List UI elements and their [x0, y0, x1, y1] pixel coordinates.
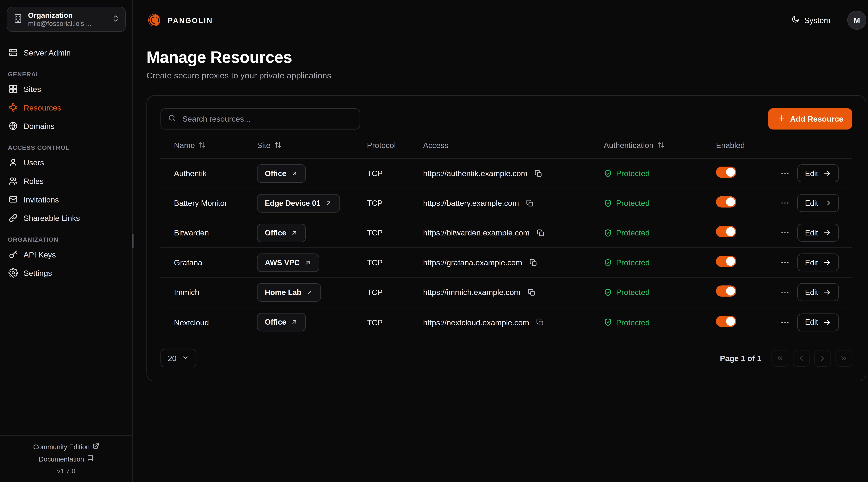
- org-switcher[interactable]: Organization milo@fossorial.io's ...: [7, 7, 126, 32]
- brand: PANGOLIN: [147, 12, 213, 28]
- link-icon: [8, 213, 18, 223]
- sidebar-item-users[interactable]: Users: [4, 153, 128, 171]
- sidebar-item-label: Invitations: [24, 195, 59, 204]
- resource-name: Nextcloud: [174, 318, 257, 327]
- sidebar-resize-handle[interactable]: [132, 234, 134, 249]
- sidebar-item-roles[interactable]: Roles: [4, 171, 128, 190]
- enabled-toggle[interactable]: [716, 315, 736, 327]
- sidebar-item-label: Users: [24, 158, 44, 167]
- pagination-prev-page-button[interactable]: [793, 350, 810, 366]
- row-actions-button[interactable]: [778, 285, 792, 299]
- copy-icon: [536, 318, 544, 326]
- sidebar-item-resources[interactable]: Resources: [4, 98, 128, 117]
- ellipsis-icon: [780, 287, 790, 297]
- site-link-button[interactable]: Office: [257, 164, 306, 183]
- user-menu-button[interactable]: M: [847, 10, 866, 30]
- sidebar-item-shareable-links[interactable]: Shareable Links: [4, 208, 128, 227]
- sidebar-footer: Community Edition Documentation v1.7.0: [0, 435, 132, 482]
- user-icon: [8, 158, 18, 167]
- site-link-button[interactable]: Office: [257, 313, 306, 331]
- edit-button[interactable]: Edit: [797, 224, 839, 242]
- edit-button[interactable]: Edit: [797, 254, 839, 271]
- search-input[interactable]: [181, 114, 353, 124]
- site-link-button[interactable]: Office: [257, 223, 306, 242]
- edit-button[interactable]: Edit: [797, 313, 839, 331]
- theme-toggle-button[interactable]: System: [787, 12, 835, 29]
- sidebar-item-invitations[interactable]: Invitations: [4, 190, 128, 209]
- copy-url-button[interactable]: [524, 197, 536, 209]
- page-info: Page 1 of 1: [720, 354, 762, 363]
- site-link-button[interactable]: Home Lab: [257, 283, 321, 301]
- resources-icon: [8, 102, 18, 112]
- pagination-next-page-button[interactable]: [814, 350, 831, 366]
- row-actions-button[interactable]: [778, 167, 792, 180]
- column-header-authentication[interactable]: Authentication: [604, 140, 716, 150]
- shield-check-icon: [604, 199, 612, 207]
- server-icon: [8, 48, 18, 57]
- row-actions-button[interactable]: [778, 196, 792, 210]
- sidebar-item-server-admin[interactable]: Server Admin: [4, 43, 128, 62]
- arrow-up-right-icon: [304, 259, 312, 266]
- page-size-select[interactable]: 20: [160, 349, 196, 367]
- enabled-toggle[interactable]: [716, 285, 736, 297]
- chevron-down-icon: [182, 354, 189, 361]
- app: Organization milo@fossorial.io's ... Ser…: [0, 0, 868, 482]
- sidebar-item-label: Settings: [24, 268, 52, 278]
- copy-url-button[interactable]: [535, 227, 547, 238]
- copy-icon: [536, 228, 545, 237]
- pagination-buttons: [772, 350, 852, 366]
- sidebar-item-label: API Keys: [24, 250, 56, 259]
- row-actions-button[interactable]: [778, 226, 792, 239]
- sidebar-item-sites[interactable]: Sites: [4, 79, 128, 98]
- sidebar-item-settings[interactable]: Settings: [4, 263, 128, 282]
- column-header-site[interactable]: Site: [257, 140, 367, 150]
- arrow-right-icon: [823, 229, 831, 237]
- column-header-enabled: Enabled: [716, 140, 789, 150]
- copy-url-button[interactable]: [532, 167, 544, 179]
- copy-url-button[interactable]: [526, 286, 537, 298]
- shield-check-icon: [604, 318, 612, 326]
- table-footer: 20 Page 1 of 1: [160, 349, 852, 367]
- shield-check-icon: [604, 258, 612, 266]
- arrow-right-icon: [823, 259, 831, 266]
- enabled-toggle[interactable]: [716, 226, 736, 237]
- copy-url-button[interactable]: [534, 316, 546, 328]
- documentation-link[interactable]: Documentation: [39, 455, 94, 463]
- copy-icon: [529, 258, 537, 266]
- key-icon: [8, 250, 18, 259]
- pagination-last-page-button[interactable]: [836, 350, 852, 366]
- table-row: Grafana AWS VPC TCP https://grafana.exam…: [160, 248, 852, 278]
- resource-url: https://nextcloud.example.com: [423, 318, 529, 327]
- sidebar-section-title: GENERAL: [8, 71, 124, 77]
- edit-button[interactable]: Edit: [797, 283, 839, 301]
- sidebar-item-api-keys[interactable]: API Keys: [4, 245, 128, 263]
- edit-button[interactable]: Edit: [797, 194, 839, 212]
- site-link-button[interactable]: Edge Device 01: [257, 194, 340, 213]
- row-actions-button[interactable]: [778, 315, 792, 329]
- ellipsis-icon: [780, 198, 790, 208]
- users-icon: [8, 176, 18, 186]
- site-link-button[interactable]: AWS VPC: [257, 253, 319, 272]
- table-row: Battery Monitor Edge Device 01 TCP https…: [160, 188, 852, 218]
- pangolin-logo-icon: [147, 12, 162, 28]
- chevron-left-icon: [797, 354, 805, 362]
- column-header-name[interactable]: Name: [174, 140, 257, 150]
- row-actions-button[interactable]: [778, 256, 792, 269]
- copy-url-button[interactable]: [527, 257, 539, 268]
- arrow-up-right-icon: [291, 319, 298, 326]
- enabled-toggle[interactable]: [716, 167, 736, 178]
- add-resource-button[interactable]: Add Resource: [768, 108, 852, 130]
- sidebar-item-label: Domains: [24, 122, 55, 130]
- table-body: Authentik Office TCP https://authentik.e…: [160, 159, 852, 337]
- community-edition-link[interactable]: Community Edition: [33, 443, 99, 451]
- chevrons-right-icon: [840, 354, 848, 362]
- arrow-up-right-icon: [306, 289, 313, 296]
- enabled-toggle[interactable]: [716, 196, 736, 207]
- pagination-first-page-button[interactable]: [772, 350, 788, 366]
- enabled-toggle[interactable]: [716, 256, 736, 267]
- column-header-access: Access: [423, 140, 604, 150]
- sidebar-item-domains[interactable]: Domains: [4, 117, 128, 135]
- table-row: Nextcloud Office TCP https://nextcloud.e…: [160, 307, 852, 337]
- edit-button[interactable]: Edit: [797, 164, 839, 182]
- auth-status: Protected: [604, 169, 716, 178]
